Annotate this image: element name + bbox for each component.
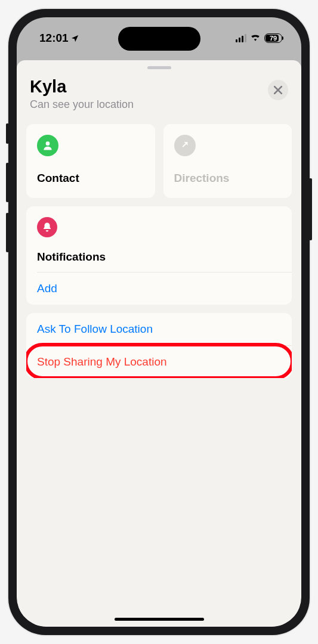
battery-icon: 79 xyxy=(264,33,282,43)
svg-point-0 xyxy=(46,141,50,145)
action-cards-row: Contact Directions xyxy=(17,124,301,198)
side-button xyxy=(6,163,9,202)
ask-follow-location-button[interactable]: Ask To Follow Location xyxy=(26,313,292,345)
directions-icon xyxy=(174,135,196,156)
side-button xyxy=(309,178,312,240)
wifi-icon xyxy=(250,33,261,44)
bell-icon xyxy=(37,217,57,237)
notifications-section: Notifications Add xyxy=(26,206,292,305)
close-icon xyxy=(274,86,282,94)
sheet-header: Kyla Can see your location xyxy=(17,69,301,124)
screen: 12:01 79 Kyla Can xyxy=(17,17,301,627)
dynamic-island xyxy=(118,27,200,51)
side-button xyxy=(6,213,9,252)
location-actions-section: Ask To Follow Location Stop Sharing My L… xyxy=(26,313,292,378)
contact-card[interactable]: Contact xyxy=(26,124,155,198)
home-indicator[interactable] xyxy=(115,618,204,621)
person-icon xyxy=(37,135,58,156)
contact-name: Kyla xyxy=(30,78,134,97)
battery-pct: 79 xyxy=(270,35,277,42)
status-time-group: 12:01 xyxy=(39,32,79,45)
add-notification-button[interactable]: Add xyxy=(26,273,292,305)
phone-frame: 12:01 79 Kyla Can xyxy=(8,9,310,635)
notifications-title: Notifications xyxy=(37,250,281,264)
location-arrow-icon xyxy=(70,34,79,43)
directions-card: Directions xyxy=(163,124,292,198)
detail-sheet: Kyla Can see your location Contact xyxy=(17,60,301,627)
close-button[interactable] xyxy=(268,80,288,100)
status-time: 12:01 xyxy=(39,32,69,45)
stop-sharing-location-button[interactable]: Stop Sharing My Location xyxy=(26,346,292,378)
notifications-header: Notifications xyxy=(26,206,292,272)
side-button xyxy=(6,123,9,144)
directions-card-label: Directions xyxy=(174,172,282,185)
contact-card-label: Contact xyxy=(37,172,144,185)
location-status-text: Can see your location xyxy=(30,98,134,111)
signal-icon xyxy=(236,34,246,42)
status-right: 79 xyxy=(236,33,282,44)
